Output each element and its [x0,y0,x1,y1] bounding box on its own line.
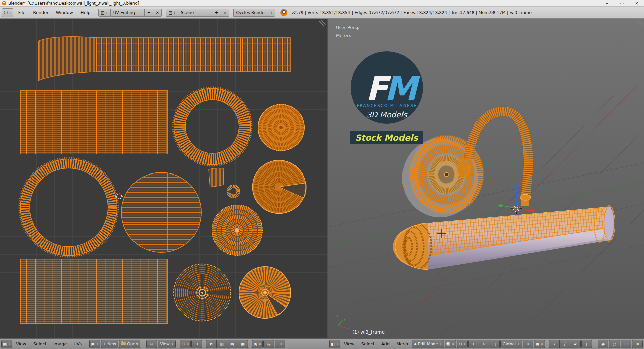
orientation-dropdown[interactable]: Global ⇕ [500,340,522,348]
grid-toggle-button[interactable]: ⊞ [632,340,643,348]
updown-icon: ⇕ [106,11,108,14]
pivot-icon: ⊙ [182,342,185,346]
occlusion-toggle[interactable]: ◫ [581,340,592,348]
proportional-icon: ◉ [601,342,605,346]
uv-face-select-button[interactable]: ▦ [237,340,248,348]
pivot-point-dropdown[interactable]: ⊙ ⇕ [457,340,468,348]
uv-image-editor[interactable] [0,19,327,338]
updown-icon: ⇕ [171,342,174,346]
rotate-manipulator-button[interactable]: ↻ [479,340,489,348]
image-new-button[interactable]: + New [101,340,119,348]
window-controls: – ▭ × [600,0,644,6]
edge-select-button[interactable]: ∕ [560,340,570,348]
snap-element-dropdown[interactable]: ▦ ⇕ [534,340,545,348]
menu-file[interactable]: File [15,9,30,17]
rotate-icon: ↻ [482,342,486,346]
scale-manipulator-button[interactable]: ▢ [489,340,500,348]
image-open-button[interactable]: Open [119,340,140,348]
updown-icon: ⇕ [9,11,11,14]
face-select-icon: ▰ [574,342,577,346]
minimize-button[interactable]: – [600,0,614,6]
uv-edge-icon: ▤ [230,342,234,346]
render-engine-dropdown[interactable]: Cycles Render ⇕ [233,9,275,17]
uv-island-disc-notched[interactable] [252,160,306,214]
screen-layout-name[interactable]: UV Editing [111,9,145,17]
uv-island-disc-fan[interactable] [212,205,263,256]
snap-element-icon: ▦ [536,342,539,346]
uv-draw-mode-value: View [160,342,169,346]
updown-icon: ⇕ [336,342,339,346]
screen-layout-add-button[interactable]: + [145,9,153,17]
viewport-3d[interactable]: F M FRANCESCO MILANESE 3D Models Stock M… [328,19,644,338]
close-button[interactable]: × [629,0,644,6]
image-icon: ▣ [91,342,95,346]
scene-statistics: v2.79 | Verts:18,851/18,851 | Edges:37,6… [291,10,532,15]
blender-app-icon [2,1,6,5]
uv-snap-toggle[interactable]: ∪ [191,340,202,348]
window-title: Blender* [C:\Users\franc\Desktop\wall_li… [8,1,139,6]
info-editor-type-button[interactable]: ⓘ ⇕ [2,8,13,17]
translate-icon: + [472,342,475,346]
uv-menu-view[interactable]: View [13,340,30,348]
maximize-button[interactable]: ▭ [614,0,629,6]
uv-draw-mode-dropdown[interactable]: View ⇕ [158,340,176,348]
uv-island-disc-radial[interactable] [239,266,291,319]
axis-x-label: x [347,327,349,330]
grid-icon: ⊞ [636,342,639,346]
viewport-shading-dropdown[interactable]: ⇕ [445,340,456,348]
uv-canvas[interactable] [0,19,327,338]
uv-render-preview-button[interactable]: ◎ [263,340,274,348]
open-button-label: Open [127,342,138,346]
uv-menu-select[interactable]: Select [30,340,50,348]
viewport-canvas[interactable]: F M FRANCESCO MILANESE 3D Models Stock M… [328,19,644,338]
uv-island-rect-top[interactable] [20,91,168,154]
updown-icon: ⇕ [439,342,442,346]
menu-window[interactable]: Window [52,9,77,17]
active-object-label: (1) wl3_frame [352,329,385,335]
uv-editor-type-button[interactable]: ▦ ⇕ [1,340,12,348]
uv-menu-uvs[interactable]: UVs [71,340,85,348]
uv-proportional-edit-dropdown[interactable]: ◉ ⇕ [252,340,263,348]
camera-icon: ◎ [613,342,616,346]
scene-name[interactable]: Scene [178,9,212,17]
proportional-edit-dropdown[interactable]: ◉ [598,340,608,348]
view3d-menu-select[interactable]: Select [358,340,378,348]
screen-layout-delete-button[interactable]: × [153,9,162,17]
uv-island-rect-bottom[interactable] [20,259,168,324]
scene-delete-button[interactable]: × [221,9,229,17]
render-preview-button[interactable]: ◎ [609,340,620,348]
uv-grid-toggle-button[interactable]: ⊞ [275,340,285,348]
view3d-editor-type-button[interactable]: ◧ ⇕ [329,340,340,348]
badge-label: Stock Models [355,133,419,143]
screen-layout-browse-button[interactable]: ◫ ⇕ [98,9,111,17]
axis-y-label: y [344,317,346,321]
image-browse-button[interactable]: ▣ ⇕ [89,340,100,348]
scene-add-button[interactable]: + [212,9,221,17]
uv-island-disc-topright[interactable] [258,104,305,151]
pin-toggle-button[interactable]: ⊛ [146,340,157,348]
mode-dropdown[interactable]: ◆ Edit Mode ⇕ [412,340,444,348]
texture-view-button[interactable]: ⊡ [621,340,631,348]
uv-vertex-select-button[interactable]: ▥ [217,340,227,348]
menu-render[interactable]: Render [29,9,52,17]
uv-sync-toggle[interactable]: ◩ [206,340,217,348]
uv-sync-icon: ◩ [210,342,213,346]
view3d-menu-view[interactable]: View [341,340,358,348]
uv-menu-image[interactable]: Image [50,340,70,348]
uv-edge-select-button[interactable]: ▤ [227,340,237,348]
view3d-menu-mesh[interactable]: Mesh [393,340,411,348]
mesh-select-mode-group: ∙ ∕ ▰ [549,340,581,348]
uv-pivot-dropdown[interactable]: ⊙ ⇕ [180,340,191,348]
face-select-button[interactable]: ▰ [570,340,581,348]
uv-island-small-band[interactable] [209,168,224,187]
menu-help[interactable]: Help [77,9,94,17]
scene-browse-button[interactable]: ◳ ⇕ [166,9,178,17]
uv-island-disc-striped[interactable] [121,172,202,253]
grid-icon: ⊞ [278,342,282,346]
snap-toggle[interactable]: ∪ [523,340,533,348]
uv-face-icon: ▦ [241,342,245,346]
vertex-select-button[interactable]: ∙ [549,340,560,348]
translate-manipulator-button[interactable]: + [468,340,479,348]
logo-tagline: 3D Models [367,110,408,119]
view3d-menu-add[interactable]: Add [378,340,393,348]
